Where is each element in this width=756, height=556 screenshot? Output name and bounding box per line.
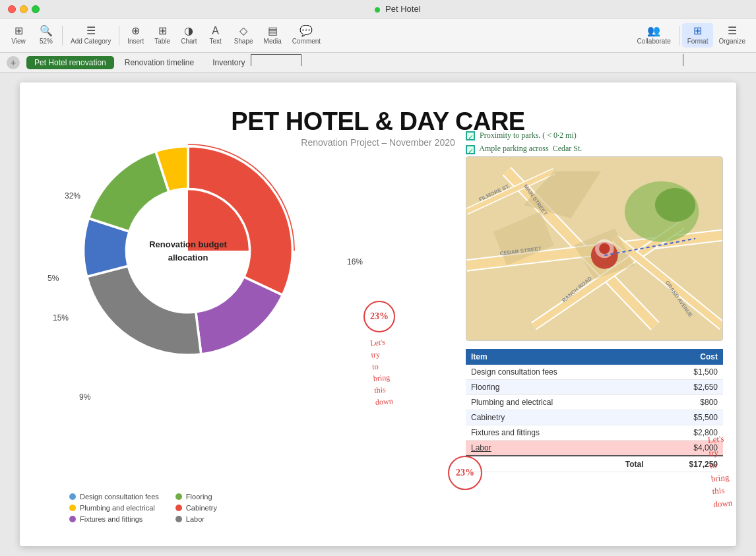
pct-23-circle: 23% <box>363 301 395 332</box>
comment-button[interactable]: 💬 Comment <box>287 23 326 47</box>
table-button[interactable]: ⊞ Table <box>149 23 175 47</box>
tab-pet-hotel-renovation[interactable]: Pet Hotel renovation <box>26 56 114 69</box>
shape-button[interactable]: ◇ Shape <box>229 23 259 47</box>
table-total-row: Total$17,250 <box>466 456 723 472</box>
right-annotation-line <box>683 54 683 66</box>
add-category-button[interactable]: ☰ Add Category <box>65 23 116 47</box>
sep3 <box>679 26 679 46</box>
view-group: ⊞ View 🔍 52% <box>5 23 59 47</box>
annotation-line1: ✓ Proximity to parks. ( < 0·2 mi) <box>466 129 723 142</box>
canvas: PET HOTEL & DAY CARE Renovation Project … <box>0 73 756 556</box>
table-cell-item: Cabinetry <box>466 410 649 425</box>
organize-button[interactable]: ☰ Organize <box>713 23 751 47</box>
sep2 <box>119 26 119 46</box>
table-header-row: Item Cost <box>466 349 723 365</box>
svg-point-23 <box>599 243 610 254</box>
annotation-line2: ✓ Ample parking across Cedar St. <box>466 142 723 155</box>
table-cell-cost: $2,650 <box>649 380 723 395</box>
zoom-button[interactable]: 🔍 52% <box>33 23 59 47</box>
pct-5: 5% <box>47 274 59 283</box>
table-row: Flooring$2,650 <box>466 380 723 395</box>
legend-dot-5 <box>175 516 182 522</box>
legend-dot-3 <box>175 505 182 511</box>
text-button[interactable]: A Text <box>203 23 229 47</box>
toolbar: ⊞ View 🔍 52% ☰ Add Category ⊕ Insert ⊞ T… <box>0 18 756 53</box>
table-cell-item: Design consultation fees <box>466 365 649 380</box>
legend-dot-0 <box>69 493 76 500</box>
legend-item-0: Design consultation fees <box>69 493 159 501</box>
col-cost-header: Cost <box>649 349 723 365</box>
table-cell-cost: $1,500 <box>649 365 723 380</box>
pct-15: 15% <box>53 313 69 323</box>
left-annotation-line2 <box>251 54 301 55</box>
add-tab-button[interactable]: + <box>7 56 20 69</box>
table-row: Cabinetry$5,500 <box>466 410 723 425</box>
chart-section: 32% 15% 9% 5% <box>33 129 369 540</box>
text-icon: A <box>212 26 219 36</box>
insert-button[interactable]: ⊕ Insert <box>122 23 149 47</box>
zoom-icon: 🔍 <box>40 26 53 36</box>
collaborate-icon: 👥 <box>647 26 660 36</box>
table-row: Fixtures and fittings$2,800 <box>466 425 723 441</box>
legend-item-4: Fixtures and fittings <box>69 515 159 523</box>
legend-label-1: Flooring <box>186 493 212 501</box>
legend-item-2: Plumbing and electrical <box>69 504 159 512</box>
table-row: Plumbing and electrical$800 <box>466 395 723 410</box>
close-button[interactable] <box>8 5 16 13</box>
map-svg: MAIN STREET CEDAR STREET RANCH ROAD GRAN… <box>466 157 722 340</box>
insert-icon: ⊕ <box>131 26 140 36</box>
traffic-lights <box>0 5 40 13</box>
media-button[interactable]: ▤ Media <box>259 23 287 47</box>
right-panel: ✓ Proximity to parks. ( < 0·2 mi) ✓ Ampl… <box>466 129 723 540</box>
legend-dot-2 <box>69 505 76 511</box>
legend-label-4: Fixtures and fittings <box>80 515 142 523</box>
legend-item-3: Cabinetry <box>175 504 265 512</box>
table-cell-item: Labor <box>466 441 649 456</box>
window-title: Pet Hotel <box>40 4 756 14</box>
map-annotation-lines: ✓ Proximity to parks. ( < 0·2 mi) ✓ Ampl… <box>466 129 723 156</box>
legend-dot-4 <box>69 516 76 522</box>
tabs-bar: + Pet Hotel renovation Renovation timeli… <box>0 53 756 73</box>
table-total-label: Total <box>466 456 649 472</box>
minimize-button[interactable] <box>20 5 28 13</box>
donut-chart[interactable]: Renovation budget allocation <box>69 132 307 369</box>
table-cell-cost: $5,500 <box>649 410 723 425</box>
table-cell-item: Fixtures and fittings <box>466 425 649 441</box>
col-item-header: Item <box>466 349 649 365</box>
pct-9: 9% <box>79 392 90 402</box>
legend-label-2: Plumbing and electrical <box>80 504 155 512</box>
circle-23-label: 23% <box>456 468 474 478</box>
table-row: Design consultation fees$1,500 <box>466 365 723 380</box>
tab-inventory[interactable]: Inventory <box>205 56 253 69</box>
titlebar: Pet Hotel <box>0 0 756 18</box>
legend-label-5: Labor <box>186 515 205 523</box>
legend-item-5: Labor <box>175 515 265 523</box>
legend-dot-1 <box>175 493 182 500</box>
format-button[interactable]: ⊞ Format <box>682 23 714 47</box>
chart-button[interactable]: ◑ Chart <box>175 23 202 47</box>
chart-icon: ◑ <box>184 26 193 36</box>
table-cell-item: Flooring <box>466 380 649 395</box>
comment-icon: 💬 <box>299 26 313 36</box>
pct-23-text: 23% <box>370 311 389 322</box>
collaborate-button[interactable]: 👥 Collaborate <box>632 23 676 47</box>
pct-16: 16% <box>347 257 363 266</box>
maximize-button[interactable] <box>32 5 40 13</box>
document-page: PET HOTEL & DAY CARE Renovation Project … <box>20 82 736 546</box>
view-button[interactable]: ⊞ View <box>5 23 32 47</box>
lets-try-note: Let's tryto bringthis down <box>369 336 393 408</box>
legend-label-3: Cabinetry <box>186 504 217 512</box>
legend-label-0: Design consultation fees <box>80 493 159 501</box>
organize-icon: ☰ <box>728 26 737 36</box>
format-icon: ⊞ <box>693 26 702 36</box>
table-icon: ⊞ <box>158 26 167 36</box>
map-container[interactable]: MAIN STREET CEDAR STREET RANCH ROAD GRAN… <box>466 156 723 341</box>
tab-renovation-timeline[interactable]: Renovation timeline <box>117 56 202 69</box>
donut-center-label: Renovation budget allocation <box>129 238 247 264</box>
table-cell-cost: $800 <box>649 395 723 410</box>
left-annotation-line <box>301 54 301 66</box>
media-icon: ▤ <box>268 26 278 36</box>
data-table: Item Cost Design consultation fees$1,500… <box>466 349 723 472</box>
shape-icon: ◇ <box>239 26 247 36</box>
legend-item-1: Flooring <box>175 493 265 501</box>
